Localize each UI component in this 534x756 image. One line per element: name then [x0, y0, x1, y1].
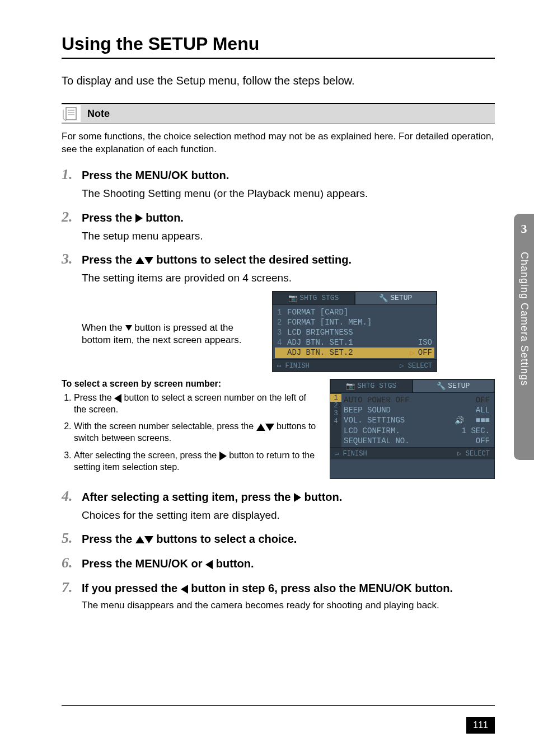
text: Press the	[82, 533, 135, 545]
camera-icon: 📷	[346, 382, 355, 391]
row-label: ADJ BTN. SET.2	[287, 348, 406, 357]
lcd-tab-setup: 🔧 SETUP	[413, 379, 495, 393]
sbn-item: Press the button to select a screen numb…	[74, 392, 318, 416]
row-label: FORMAT [CARD]	[287, 308, 429, 317]
lcd-row: 4ADJ BTN. SET.1ISO	[275, 337, 434, 348]
tab-label: SETUP	[448, 382, 470, 390]
lcd-row: 1FORMAT [CARD]	[275, 307, 434, 317]
text: After selecting a setting item, press th…	[82, 491, 294, 503]
text: Press the	[82, 253, 135, 266]
text: button in step 6, press also the	[188, 582, 359, 594]
step-title: Press the MENU/OK button.	[82, 169, 229, 182]
footer: 111	[466, 717, 495, 734]
text: button.	[301, 491, 342, 503]
screen-num: 2	[334, 402, 338, 410]
text: With the screen number selectable, press…	[74, 421, 256, 431]
triangle-down-icon	[265, 424, 274, 431]
row-val: ■■■	[476, 416, 490, 425]
step-title: Press the MENU/OK or button.	[82, 557, 254, 570]
lcd-row-highlight: ADJ BTN. SET.2▷OFF	[275, 348, 434, 358]
step-5: 5. Press the buttons to select a choice.	[62, 530, 495, 547]
text: buttons to select the desired setting.	[153, 253, 352, 266]
note-header: Note	[62, 103, 495, 124]
menu-ok-label: MENU/OK	[135, 169, 188, 181]
row-val: OFF	[476, 396, 490, 405]
chapter-number: 3	[521, 222, 527, 236]
text: Press the	[82, 169, 135, 181]
step-title: Press the buttons to select a choice.	[82, 533, 297, 546]
triangle-left-icon	[114, 394, 121, 403]
triangle-up-icon	[256, 424, 265, 431]
sbn-item: With the screen number selectable, press…	[74, 421, 318, 444]
wrench-icon: 🔧	[437, 382, 446, 391]
lcd-row: LCD CONFIRM.1 SEC.	[341, 426, 492, 436]
lcd-row: BEEP SOUNDALL	[341, 405, 492, 415]
footer-divider	[62, 705, 495, 706]
speaker-icon: 🔊	[455, 416, 464, 425]
step-body: The menu disappears and the camera becom…	[82, 599, 495, 612]
triangle-up-icon	[135, 536, 144, 543]
page-title: Using the SETUP Menu	[62, 34, 495, 59]
text: Press the	[82, 212, 135, 224]
row-num: 4	[277, 338, 284, 347]
triangle-left-icon	[205, 560, 213, 569]
text: button.	[412, 582, 453, 594]
tab-label: SHTG STGS	[357, 382, 396, 390]
screen-num: 3	[334, 410, 338, 417]
triangle-right-icon	[294, 493, 301, 502]
footer-left: FINISH	[343, 450, 367, 458]
text: button.	[213, 557, 254, 570]
lcd-items: AUTO POWER OFFOFF BEEP SOUNDALL VOL. SET…	[341, 393, 494, 447]
row-label: LCD BRIGHTNESS	[287, 328, 429, 337]
intro-text: To display and use the Setup menu, follo…	[62, 74, 495, 87]
lcd-screen-2: 📷 SHTG STGS 🔧 SETUP 1 2	[330, 379, 495, 479]
text: If you pressed the	[82, 582, 181, 594]
lcd-footer: ▭ FINISH ▷ SELECT	[330, 447, 494, 459]
row-val: ISO	[418, 338, 432, 347]
step-number: 5.	[62, 530, 74, 547]
row-label: BEEP SOUND	[344, 406, 472, 415]
triangle-right-icon: ▷	[400, 362, 404, 370]
text: After selecting the screen, press the	[74, 450, 219, 460]
menu-ok-label: MENU/OK	[359, 582, 411, 594]
row-num: 3	[277, 328, 284, 337]
tab-label: SETUP	[390, 294, 412, 302]
lcd-row: 3LCD BRIGHTNESS	[275, 327, 434, 337]
row-label: FORMAT [INT. MEM.]	[287, 318, 429, 327]
step-body: The setup menu appears.	[82, 229, 495, 243]
lcd-tab-setup: 🔧 SETUP	[355, 292, 437, 305]
step-title: Press the button.	[82, 212, 184, 224]
menu-ok-label: MENU/OK	[135, 557, 188, 570]
menu-icon: ▭	[335, 450, 339, 458]
lcd-items: 1FORMAT [CARD] 2FORMAT [INT. MEM.] 3LCD …	[273, 305, 437, 359]
step-number: 3.	[62, 251, 74, 267]
step-4: 4. After selecting a setting item, press…	[62, 488, 495, 523]
when-text: When the button is pressed at the bottom…	[82, 322, 261, 346]
lcd-row: 2FORMAT [INT. MEM.]	[275, 317, 434, 327]
tab-label: SHTG STGS	[299, 294, 339, 302]
triangle-down-icon	[144, 536, 153, 543]
text: Press the	[74, 393, 114, 402]
lcd-tab-shtg: 📷 SHTG STGS	[330, 379, 413, 393]
chapter-title: Changing Camera Settings	[518, 252, 530, 386]
triangle-up-icon	[135, 257, 144, 264]
screen-num: 1	[330, 394, 341, 402]
step-body: Choices for the setting item are display…	[82, 508, 495, 523]
screen-num: 4	[334, 417, 338, 425]
step-7: 7. If you pressed the button in step 6, …	[62, 579, 495, 612]
footer-left: FINISH	[285, 362, 309, 370]
row-label: LCD CONFIRM.	[344, 426, 458, 435]
footer-right: SELECT	[408, 362, 432, 370]
triangle-right-icon	[219, 452, 227, 461]
row-label: ADJ BTN. SET.1	[287, 338, 415, 347]
lcd-screen-numbers: 1 2 3 4	[330, 393, 341, 447]
camera-icon: 📷	[288, 294, 297, 303]
row-num: 1	[277, 308, 284, 317]
footer-right: SELECT	[466, 450, 490, 458]
svg-rect-0	[66, 107, 76, 120]
step-body: The Shooting Setting menu (or the Playba…	[82, 186, 495, 201]
step-number: 6.	[62, 555, 74, 571]
text: button.	[188, 169, 229, 181]
row-label: VOL. SETTINGS	[344, 416, 451, 425]
step-number: 1.	[62, 166, 74, 183]
